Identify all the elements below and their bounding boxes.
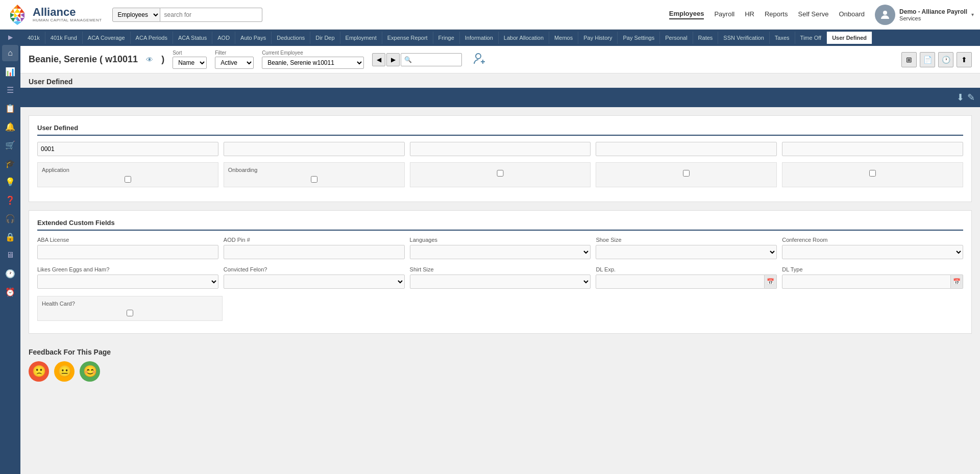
export-button[interactable]: ⬆ [957, 52, 972, 67]
brand-sub: Human Capital Management [33, 18, 102, 23]
tab-taxes[interactable]: Taxes [770, 32, 795, 44]
feedback-bad-button[interactable]: 🙁 [29, 361, 49, 382]
languages-dropdown[interactable] [410, 245, 591, 259]
nav-reports[interactable]: Reports [765, 10, 788, 19]
likes-eggs-dropdown[interactable] [37, 275, 218, 289]
user-defined-field-5[interactable] [782, 142, 963, 156]
tab-aca-status[interactable]: ACA Status [173, 32, 212, 44]
tab-user-defined[interactable]: User Defined [827, 32, 872, 44]
application-checkbox[interactable] [42, 176, 214, 183]
sidebar-bell-icon[interactable]: 🔔 [2, 118, 18, 135]
sort-area: Sort Name [173, 50, 207, 69]
tab-labor-allocation[interactable]: Labor Allocation [499, 32, 549, 44]
sidebar-alarm-icon[interactable]: ⏰ [2, 284, 18, 300]
nav-hr[interactable]: HR [745, 10, 754, 19]
tab-ssn-verification[interactable]: SSN Verification [718, 32, 769, 44]
tab-aca-coverage[interactable]: ACA Coverage [83, 32, 131, 44]
user-company: Services [899, 15, 967, 21]
sidebar-lock-icon[interactable]: 🔒 [2, 229, 18, 245]
nav-selfserve[interactable]: Self Serve [798, 10, 828, 19]
employee-search-input[interactable] [401, 53, 462, 66]
convicted-felon-label: Convicted Felon? [224, 266, 405, 272]
sidebar-chart-icon[interactable]: 📊 [2, 63, 18, 80]
feedback-title: Feedback For This Page [29, 348, 972, 356]
dl-exp-input[interactable] [596, 275, 765, 289]
sort-dropdown[interactable]: Name [173, 57, 207, 69]
search-input[interactable] [160, 8, 262, 22]
aba-license-input[interactable] [37, 245, 218, 259]
tab-pay-settings[interactable]: Pay Settings [618, 32, 660, 44]
checkbox-4[interactable] [600, 170, 772, 177]
shirt-size-group: Shirt Size [410, 266, 591, 289]
dl-type-label: DL Type [782, 266, 963, 272]
tab-memos[interactable]: Memos [549, 32, 578, 44]
user-defined-field-4[interactable] [596, 142, 777, 156]
tab-fringe[interactable]: Fringe [433, 32, 460, 44]
tab-auto-pays[interactable]: Auto Pays [235, 32, 272, 44]
tab-aca-periods[interactable]: ACA Periods [131, 32, 173, 44]
grid-view-button[interactable]: ⊞ [901, 52, 917, 67]
edit-icon[interactable]: ✎ [967, 92, 975, 103]
convicted-felon-dropdown[interactable] [224, 275, 405, 289]
shoe-size-dropdown[interactable] [596, 245, 777, 259]
search-category-dropdown[interactable]: Employees [112, 8, 160, 22]
document-button[interactable]: 📄 [920, 52, 935, 67]
sidebar-bulb-icon[interactable]: 💡 [2, 173, 18, 190]
tab-personal[interactable]: Personal [660, 32, 693, 44]
nav-payroll[interactable]: Payroll [714, 10, 734, 19]
sidebar-headset-icon[interactable]: 🎧 [2, 210, 18, 227]
tab-dir-dep[interactable]: Dir Dep [310, 32, 340, 44]
tab-pay-history[interactable]: Pay History [578, 32, 618, 44]
sidebar-clock-icon[interactable]: 🕐 [2, 265, 18, 282]
tab-aod[interactable]: AOD [212, 32, 235, 44]
tab-expense-report[interactable]: Expense Report [382, 32, 433, 44]
checkbox-3[interactable] [414, 170, 586, 177]
sidebar-list-icon[interactable]: ☰ [2, 82, 18, 98]
feedback-neutral-button[interactable]: 😐 [54, 361, 75, 382]
history-button[interactable]: 🕐 [938, 52, 953, 67]
dl-type-calendar-button[interactable]: 📅 [951, 275, 963, 289]
svg-marker-14 [17, 13, 20, 18]
shirt-size-dropdown[interactable] [410, 275, 591, 289]
prev-employee-button[interactable]: ◀ [372, 53, 385, 66]
tab-employment[interactable]: Employment [340, 32, 382, 44]
eye-icon[interactable]: 👁 [146, 56, 153, 64]
add-employee-button[interactable] [472, 52, 486, 69]
feedback-buttons: 🙁 😐 😊 [29, 361, 972, 382]
user-defined-card-wrapper: User Defined Application Onb [20, 107, 980, 202]
onboarding-checkbox[interactable] [228, 176, 400, 183]
nav-employees[interactable]: Employees [669, 10, 704, 19]
nav-onboard[interactable]: Onboard [839, 10, 865, 19]
tab-401k[interactable]: 401k [22, 32, 45, 44]
feedback-good-button[interactable]: 😊 [80, 361, 100, 382]
languages-group: Languages [410, 237, 591, 259]
user-dropdown-arrow[interactable]: ▾ [971, 12, 974, 17]
user-defined-field-3[interactable] [410, 142, 591, 156]
dl-type-input[interactable] [782, 275, 951, 289]
tab-time-off[interactable]: Time Off [795, 32, 827, 44]
user-defined-field-1[interactable] [37, 142, 218, 156]
tab-rates[interactable]: Rates [693, 32, 719, 44]
sidebar-home-icon[interactable]: ⌂ [2, 45, 18, 61]
tab-information[interactable]: Information [460, 32, 499, 44]
user-defined-checkboxes-row: Application Onboarding [37, 162, 963, 187]
sidebar-monitor-icon[interactable]: 🖥 [2, 247, 18, 263]
sidebar-graduation-icon[interactable]: 🎓 [2, 155, 18, 171]
import-icon[interactable]: ⬇ [957, 92, 964, 103]
next-employee-button[interactable]: ▶ [386, 53, 400, 66]
user-defined-field-2[interactable] [224, 142, 405, 156]
aod-pin-input[interactable] [224, 245, 405, 259]
tab-deductions[interactable]: Deductions [272, 32, 310, 44]
conference-room-dropdown[interactable] [782, 245, 963, 259]
tab-401k-fund[interactable]: 401k Fund [45, 32, 83, 44]
sidebar-cart-icon[interactable]: 🛒 [2, 137, 18, 153]
health-card-checkbox[interactable] [42, 310, 218, 316]
sidebar-clipboard-icon[interactable]: 📋 [2, 100, 18, 116]
checkbox-5[interactable] [787, 170, 959, 177]
sidebar-expand-arrow[interactable]: ▶ [8, 34, 13, 41]
current-employee-dropdown[interactable]: Beanie, Serenie w10011 [262, 57, 364, 69]
dl-exp-calendar-button[interactable]: 📅 [765, 275, 777, 289]
svg-marker-9 [19, 9, 24, 13]
filter-dropdown[interactable]: Active Inactive All [215, 57, 254, 69]
sidebar-help-icon[interactable]: ❓ [2, 192, 18, 208]
